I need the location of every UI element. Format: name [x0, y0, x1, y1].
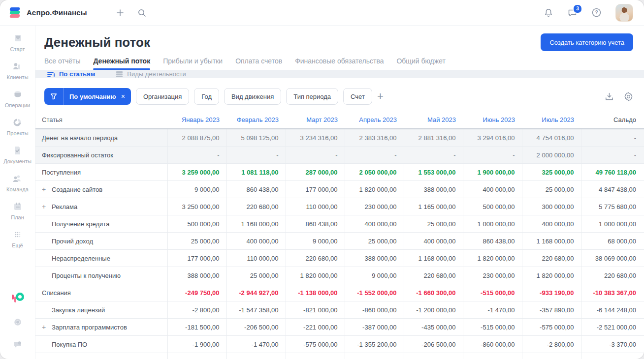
- month-value-cell: -265 000,00: [345, 353, 404, 359]
- operations-icon: [12, 89, 24, 100]
- more-icon: [12, 229, 24, 240]
- tab-1[interactable]: Все отчёты: [44, 57, 80, 70]
- table-settings-button[interactable]: [624, 92, 633, 101]
- main-content: Денежный поток Создать категорию учета В…: [35, 26, 644, 359]
- table-row[interactable]: Денег на начало периода2 088 875,005 098…: [35, 129, 644, 147]
- sidebar-item-documents[interactable]: Документы: [3, 145, 32, 164]
- filter-chip[interactable]: Счет: [343, 88, 372, 105]
- column-header-month[interactable]: Январь 2023: [167, 111, 226, 129]
- table-row[interactable]: +Создание сайтов9 000,00860 438,00177 00…: [35, 181, 644, 198]
- table-row[interactable]: Поступления3 259 000,001 081 118,00287 0…: [35, 164, 644, 181]
- column-header-month[interactable]: Май 2023: [404, 111, 463, 129]
- subtab-activity-types[interactable]: Виды деятельности: [113, 70, 189, 78]
- aspro-product-icon[interactable]: [11, 292, 24, 305]
- column-header-month[interactable]: Апрель 2023: [345, 111, 404, 129]
- row-label-cell: +Создание сайтов: [35, 181, 167, 198]
- table-row[interactable]: Списания-249 750,00-2 944 927,00-1 138 0…: [35, 284, 644, 301]
- column-header-month[interactable]: Февраль 2023: [226, 111, 286, 129]
- month-value-cell: 1 820 000,00: [522, 267, 581, 284]
- month-value-cell: 1 820 000,00: [286, 267, 345, 284]
- remove-filter-icon[interactable]: ×: [120, 92, 131, 100]
- search-button[interactable]: [137, 8, 146, 17]
- month-value-cell: -1 552 000,00: [345, 284, 404, 301]
- documents-icon: [11, 145, 23, 156]
- saldo-value-cell: -: [581, 129, 644, 147]
- table-row[interactable]: +Зарплата программистов-181 500,00-206 5…: [35, 319, 644, 336]
- month-value-cell: 400 000,00: [226, 233, 286, 250]
- tab-4[interactable]: Оплата счетов: [235, 57, 282, 70]
- month-value-cell: 9 000,00: [345, 267, 404, 284]
- tab-6[interactable]: Общий бюджет: [396, 57, 445, 70]
- month-value-cell: 300 000,00: [522, 198, 581, 215]
- month-value-cell: 220 680,00: [404, 267, 463, 284]
- tab-2[interactable]: Денежный поток: [93, 57, 150, 70]
- filter-chip[interactable]: Тип периода: [286, 88, 338, 105]
- start-icon: [11, 32, 23, 44]
- messages-button[interactable]: 3: [567, 8, 578, 18]
- table-row[interactable]: Прочий доход25 000,00400 000,009 000,002…: [35, 233, 644, 250]
- month-value-cell: -206 500,00: [522, 353, 581, 359]
- brand[interactable]: Аспро.Финансы: [9, 7, 87, 19]
- saldo-value-cell: 4 847 438,00: [581, 181, 644, 198]
- table-row[interactable]: Проценты к получению388 000,0025 000,001…: [35, 267, 644, 284]
- month-value-cell: -1 470,00: [463, 301, 522, 319]
- column-header-month[interactable]: Март 2023: [286, 111, 345, 129]
- table-row[interactable]: Подрядчики и фрилансеры-1 200 000,00-1 0…: [35, 353, 644, 359]
- add-button[interactable]: [116, 8, 125, 17]
- table-row[interactable]: Закупка лицензий-2 800,00-1 547 358,00-8…: [35, 301, 644, 319]
- sidebar-item-projects[interactable]: Проекты: [6, 117, 28, 136]
- column-header-month[interactable]: Июнь 2023: [463, 111, 522, 129]
- tab-3[interactable]: Прибыли и убытки: [163, 57, 223, 70]
- table-row[interactable]: +Реклама3 250 000,00220 680,00110 000,00…: [35, 198, 644, 215]
- sidebar-item-team[interactable]: Команда: [6, 173, 29, 192]
- filter-chip[interactable]: Вид движения: [224, 88, 281, 105]
- month-value-cell: -: [226, 147, 286, 164]
- sidebar-item-label: Документы: [3, 158, 32, 164]
- notifications-button[interactable]: [544, 8, 553, 18]
- sidebar-item-plan[interactable]: План: [11, 201, 24, 220]
- month-value-cell: 230 000,00: [345, 198, 404, 215]
- gear-icon: [12, 317, 23, 328]
- tab-5[interactable]: Финансовые обязательства: [295, 57, 384, 70]
- month-value-cell: 1 168 000,00: [404, 250, 463, 267]
- month-value-cell: 25 000,00: [522, 181, 581, 198]
- expand-plus-icon[interactable]: +: [42, 185, 48, 193]
- month-value-cell: 1 900 000,00: [463, 164, 522, 181]
- user-avatar[interactable]: [615, 4, 633, 22]
- add-filter-button[interactable]: +: [377, 91, 384, 102]
- filter-chip[interactable]: Организация: [136, 88, 189, 105]
- table-row[interactable]: Покупка ПО-1 900,00-1 470,00-575 000,00-…: [35, 336, 644, 353]
- sidebar-item-start[interactable]: Старт: [10, 32, 25, 52]
- table-row[interactable]: Нераспределенные177 000,00110 000,00220 …: [35, 250, 644, 267]
- support-chat-button[interactable]: [12, 339, 23, 350]
- month-value-cell: 1 168 000,00: [226, 215, 286, 233]
- expand-plus-icon[interactable]: +: [42, 203, 48, 210]
- default-filter-chip[interactable]: По умолчанию ×: [44, 88, 131, 105]
- saldo-value-cell: 220 680,00: [581, 267, 644, 284]
- subtab-by-articles[interactable]: По статьям: [44, 70, 98, 78]
- month-value-cell: -: [345, 147, 404, 164]
- column-header-saldo: Сальдо: [581, 111, 644, 129]
- month-value-cell: 860 438,00: [286, 215, 345, 233]
- sidebar-item-operations[interactable]: Операции: [5, 89, 30, 108]
- filter-chip[interactable]: Год: [194, 88, 219, 105]
- row-label: Денег на начало периода: [42, 134, 118, 142]
- settings-button[interactable]: [12, 317, 23, 328]
- table-row[interactable]: Получение кредита500 000,001 168 000,008…: [35, 215, 644, 233]
- sidebar-item-label: Команда: [6, 186, 29, 192]
- create-category-button[interactable]: Создать категорию учета: [541, 33, 633, 51]
- month-value-cell: 25 000,00: [226, 267, 286, 284]
- help-button[interactable]: ?: [591, 7, 602, 18]
- row-label-cell: Подрядчики и фрилансеры: [35, 353, 167, 359]
- report-tabs: Все отчётыДенежный потокПрибыли и убытки…: [35, 51, 644, 70]
- column-header-month[interactable]: Июль 2023: [522, 111, 581, 129]
- row-label: Реклама: [52, 203, 77, 210]
- month-value-cell: -1 660 300,00: [404, 284, 463, 301]
- expand-plus-icon[interactable]: +: [42, 323, 48, 331]
- sidebar-item-clients[interactable]: Клиенты: [6, 60, 28, 80]
- table-row[interactable]: Фиксированный остаток------2 000 000,00-: [35, 147, 644, 164]
- saldo-value-cell: -3 370,00: [581, 336, 644, 353]
- sidebar-item-more[interactable]: Ещё: [12, 229, 24, 248]
- month-value-cell: -933 190,00: [522, 284, 581, 301]
- export-button[interactable]: [605, 92, 614, 101]
